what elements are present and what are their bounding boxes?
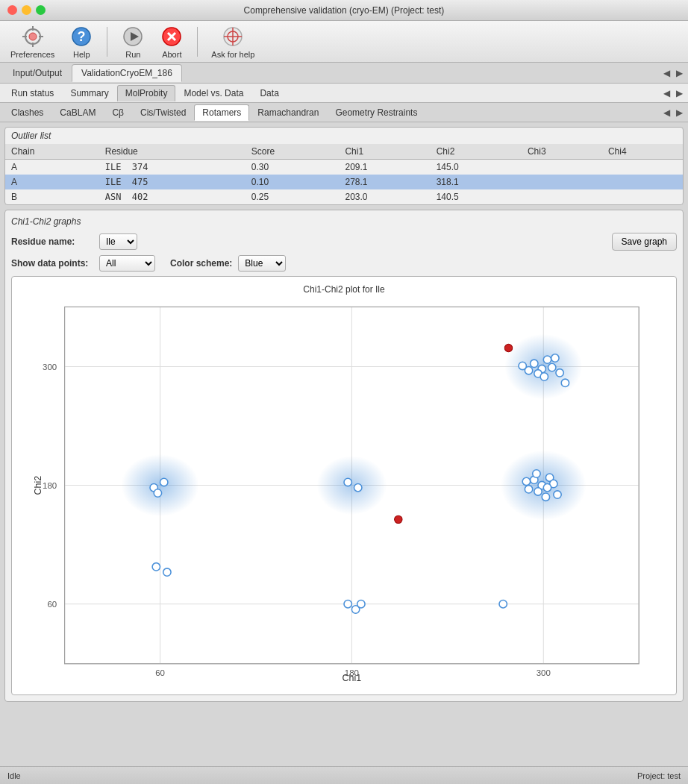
main-content: Outlier list Chain Residue Score Chi1 Ch…: [0, 122, 688, 766]
svg-point-55: [556, 369, 563, 377]
run-button[interactable]: Run: [116, 23, 149, 60]
tab-cis-twisted[interactable]: Cis/Twisted: [132, 104, 194, 121]
cell-score: 0.10: [246, 175, 340, 189]
residue-name-select[interactable]: Ile Ala Val Leu: [99, 233, 137, 250]
cell-chain: A: [5, 160, 99, 175]
svg-point-48: [543, 356, 551, 363]
table-header-row: Chain Residue Score Chi1 Chi2 Chi3 Chi4: [5, 144, 683, 160]
tab-rotamers[interactable]: Rotamers: [194, 104, 249, 121]
tab3-nav-arrows: ◀ ▶: [661, 107, 685, 118]
window-title: Comprehensive validation (cryo-EM) (Proj…: [244, 5, 445, 16]
svg-point-52: [540, 373, 548, 380]
run-label: Run: [125, 50, 140, 59]
table-row[interactable]: A ILE 374 0.30 209.1 145.0: [5, 160, 683, 175]
tab-geometry-restraints[interactable]: Geometry Restraints: [327, 104, 425, 121]
maximize-button[interactable]: [36, 5, 46, 15]
project-text: Project: test: [637, 771, 681, 780]
preferences-label: Preferences: [10, 50, 54, 59]
cell-chi4: [602, 189, 683, 204]
abort-button[interactable]: Abort: [155, 23, 188, 60]
cell-residue: ILE 475: [99, 175, 246, 189]
tab-summary[interactable]: Summary: [62, 85, 116, 101]
ask-help-label: Ask for help: [211, 50, 254, 59]
abort-icon: [160, 25, 184, 48]
svg-point-42: [533, 470, 540, 477]
show-data-row: Show data points: All Outliers Favored C…: [11, 255, 677, 272]
toolbar: Preferences ? Help Run Abort: [0, 21, 688, 63]
titlebar-buttons[interactable]: [7, 5, 46, 15]
tab-input-output[interactable]: Input/Output: [3, 64, 72, 82]
col-chi4: Chi4: [602, 144, 683, 160]
svg-text:180: 180: [345, 668, 359, 677]
show-data-select[interactable]: All Outliers Favored: [99, 255, 155, 272]
table-row[interactable]: A ILE 475 0.10 278.1 318.1: [5, 175, 683, 189]
cell-chi4: [602, 160, 683, 175]
svg-point-39: [542, 493, 549, 501]
svg-point-5: [29, 33, 37, 40]
chi-graphs-section: Chi1-Chi2 graphs Residue name: Ile Ala V…: [4, 210, 684, 702]
cell-chi4: [602, 175, 683, 189]
close-button[interactable]: [7, 5, 17, 15]
ask-for-help-button[interactable]: Ask for help: [207, 23, 259, 60]
cell-score: 0.25: [246, 189, 340, 204]
svg-point-53: [551, 354, 559, 362]
svg-point-45: [522, 477, 530, 485]
tab-ramachandran[interactable]: Ramachandran: [249, 104, 327, 121]
cell-residue: ASN 402: [99, 189, 246, 204]
color-scheme-label: Color scheme:: [170, 258, 232, 269]
col-chi2: Chi2: [431, 144, 522, 160]
tab-clashes[interactable]: Clashes: [3, 104, 51, 121]
show-data-label: Show data points:: [11, 258, 93, 269]
tab1-nav-arrows: ◀ ▶: [661, 68, 685, 78]
cell-score: 0.30: [246, 160, 340, 175]
tab-run-status[interactable]: Run status: [3, 85, 62, 101]
cell-chi2: 145.0: [431, 160, 522, 175]
cell-chi2: 318.1: [431, 175, 522, 189]
tab-molprobity[interactable]: MolProbity: [117, 85, 176, 101]
color-scheme-select[interactable]: Blue Red Green: [238, 255, 286, 272]
tab2-nav-right[interactable]: ▶: [674, 88, 685, 98]
svg-point-31: [160, 478, 168, 486]
svg-point-63: [357, 600, 365, 608]
outlier-list-title: Outlier list: [5, 128, 683, 144]
svg-text:60: 60: [155, 668, 165, 677]
preferences-button[interactable]: Preferences: [6, 23, 59, 60]
tab-model-vs-data[interactable]: Model vs. Data: [175, 85, 251, 101]
save-graph-button[interactable]: Save graph: [612, 233, 677, 251]
cell-chi3: [522, 175, 602, 189]
table-row[interactable]: B ASN 402 0.25 203.0 140.5: [5, 189, 683, 204]
svg-text:300: 300: [537, 668, 551, 677]
tabbar-level1: Input/Output ValidationCryoEM_186 ◀ ▶: [0, 63, 688, 84]
svg-point-60: [163, 568, 171, 576]
help-button[interactable]: ? Help: [65, 23, 98, 60]
minimize-button[interactable]: [22, 5, 31, 15]
tab3-nav-right[interactable]: ▶: [674, 107, 685, 118]
tab3-nav-left[interactable]: ◀: [661, 107, 672, 118]
svg-point-61: [344, 600, 351, 608]
chi-graphs-title: Chi1-Chi2 graphs: [11, 216, 677, 227]
svg-text:?: ?: [78, 29, 86, 44]
tab2-nav-arrows: ◀ ▶: [661, 88, 685, 98]
svg-point-40: [525, 486, 532, 493]
outlier-table: Chain Residue Score Chi1 Chi2 Chi3 Chi4 …: [5, 144, 683, 204]
svg-point-26: [122, 454, 199, 516]
tab-data[interactable]: Data: [251, 85, 287, 101]
tabbar-level3: Clashes CaBLAM Cβ Cis/Twisted Rotamers R…: [0, 103, 688, 122]
preferences-icon: [21, 25, 45, 48]
svg-point-56: [561, 379, 569, 386]
cell-chi1: 209.1: [339, 160, 430, 175]
cell-chi1: 203.0: [339, 189, 430, 204]
tab-cablam[interactable]: CaBLAM: [51, 104, 104, 121]
statusbar: Idle Project: test: [0, 766, 688, 784]
tab2-nav-left[interactable]: ◀: [661, 88, 672, 98]
chi-plot-svg: Chi1 Chi2 60 180 300 60 180 300: [19, 299, 669, 687]
tab-cbeta[interactable]: Cβ: [104, 104, 132, 121]
tabbar-level2: Run status Summary MolProbity Model vs. …: [0, 84, 688, 103]
residue-name-row: Residue name: Ile Ala Val Leu Save graph: [11, 233, 677, 251]
tab-validation[interactable]: ValidationCryoEM_186: [72, 64, 182, 82]
help-label: Help: [73, 50, 90, 59]
plot-section: Chi1-Chi2 plot for Ile: [11, 276, 677, 695]
tab1-nav-right[interactable]: ▶: [674, 68, 685, 78]
tab1-nav-left[interactable]: ◀: [661, 68, 672, 78]
help-icon: ?: [69, 25, 93, 48]
